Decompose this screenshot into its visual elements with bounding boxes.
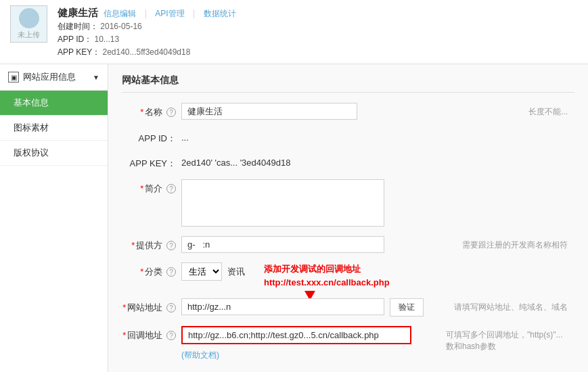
appkey-value-top: 2ed140...5ff3ed4049d18 [102,47,190,57]
nav-api[interactable]: API管理 [155,9,184,18]
provider-row: *提供方 ? 需要跟注册的开发商名称相符 [122,236,574,253]
sidebar-section-website[interactable]: ▣ 网站应用信息 ▼ [0,64,108,91]
avatar: 未上传 [10,5,47,43]
created-label: 创建时间： [58,22,98,31]
website-label: *网站地址 ? [122,298,176,314]
appkey-row: APP KEY： 2ed140...5ff3ed4049d18 [58,47,578,58]
appkey-form-control: 2ed140' 'cas... '3ed4049d18 [181,154,574,168]
website-row: *网站地址 ? 验证 请填写网站地址、纯域名、域名 [122,298,574,317]
category-control: 生活 资讯 工具 游戏 社交 资讯 添加开发调试的回调地址http://test… [181,262,574,289]
appkey-display: 2ed140' 'cas... '3ed4049d18 [181,154,290,168]
website-hint: 请填写网站地址、纯域名、域名 [454,298,568,313]
main-container: ▣ 网站应用信息 ▼ 基本信息 图标素材 版权协议 网站基本信息 *名称 ? 长… [0,64,588,372]
annotation-container: 添加开发调试的回调地址http://test.xxx.cn/callback.p… [264,262,406,289]
created-value: 2016-05-16 [100,22,141,31]
desc-label: *简介 ? [122,179,176,195]
section-title: 网站基本信息 [122,74,574,93]
appid-display: ... [181,129,189,143]
provider-label: *提供方 ? [122,236,176,252]
callback-input[interactable] [181,326,411,344]
name-control [181,103,574,120]
top-bar: 未上传 健康生活 信息编辑 ｜ API管理 ｜ 数据统计 创建时间： 2016-… [0,0,588,64]
annotation-text: 添加开发调试的回调地址http://test.xxx.cn/callback.p… [264,262,406,289]
avatar-icon [19,8,39,28]
category-row: *分类 ? 生活 资讯 工具 游戏 社交 资讯 添加开发调试的回调地址http:… [122,262,574,289]
appkey-form-row: APP KEY： 2ed140' 'cas... '3ed4049d18 [122,154,574,170]
created-row: 创建时间： 2016-05-16 [58,21,578,32]
sidebar-item-copyright[interactable]: 版权协议 [0,141,108,166]
name-hint: 长度不能... [528,103,568,118]
website-app-icon: ▣ [8,72,19,83]
top-info: 健康生活 信息编辑 ｜ API管理 ｜ 数据统计 创建时间： 2016-05-1… [58,5,578,58]
appkey-form-label: APP KEY： [122,154,176,170]
provider-hint: 需要跟注册的开发商名称相符 [462,236,568,251]
website-input[interactable] [181,298,384,315]
appkey-label: APP KEY： [58,47,100,57]
nav-info-edit[interactable]: 信息编辑 [104,9,136,18]
callback-row: *回调地址 ? (帮助文档) 可填写多个回调地址，"http(s)"...数和h… [122,326,574,361]
verify-button[interactable]: 验证 [390,298,424,317]
category-help-icon[interactable]: ? [166,267,176,277]
provider-help-icon[interactable]: ? [166,241,176,250]
sidebar-item-basic[interactable]: 基本信息 [0,91,108,116]
sidebar-section-label: 网站应用信息 [23,71,76,83]
appid-form-control: ... [181,129,574,143]
sidebar: ▣ 网站应用信息 ▼ 基本信息 图标素材 版权协议 [0,64,108,372]
appid-label: APP ID： [58,34,92,44]
name-row: *名称 ? 长度不能... [122,103,574,120]
callback-hint: 可填写多个回调地址，"http(s)"...数和hash参数 [446,326,568,352]
name-label: *名称 ? [122,103,176,118]
app-title-row: 健康生活 信息编辑 ｜ API管理 ｜ 数据统计 [58,7,578,20]
name-input[interactable] [181,103,357,120]
category-secondary: 资讯 [227,262,245,278]
category-select[interactable]: 生活 资讯 工具 游戏 社交 [181,262,222,281]
appid-value-top: 10...13 [94,34,119,44]
nav-stats[interactable]: 数据统计 [204,9,236,18]
appid-row: APP ID： 10...13 [58,34,578,45]
category-label: *分类 ? [122,262,176,278]
app-title: 健康生活 [58,7,98,20]
chevron-down-icon: ▼ [93,74,99,81]
appid-form-row: APP ID： ... [122,129,574,145]
avatar-label: 未上传 [18,30,40,40]
desc-textarea[interactable] [181,179,384,227]
content-area: 网站基本信息 *名称 ? 长度不能... APP ID： ... APP KEY… [108,64,588,372]
callback-help-icon[interactable]: ? [166,331,176,340]
callback-label: *回调地址 ? [122,326,176,342]
provider-input[interactable] [181,236,384,253]
desc-row: *简介 ? [122,179,574,227]
website-help-icon[interactable]: ? [166,303,176,312]
callback-help-link[interactable]: (帮助文档) [181,350,219,361]
desc-control [181,179,574,227]
appid-form-label: APP ID： [122,129,176,145]
nav-links: 信息编辑 ｜ API管理 ｜ 数据统计 [104,7,236,20]
sidebar-item-icon[interactable]: 图标素材 [0,116,108,141]
desc-help-icon[interactable]: ? [166,184,176,193]
name-help-icon[interactable]: ? [166,108,176,117]
